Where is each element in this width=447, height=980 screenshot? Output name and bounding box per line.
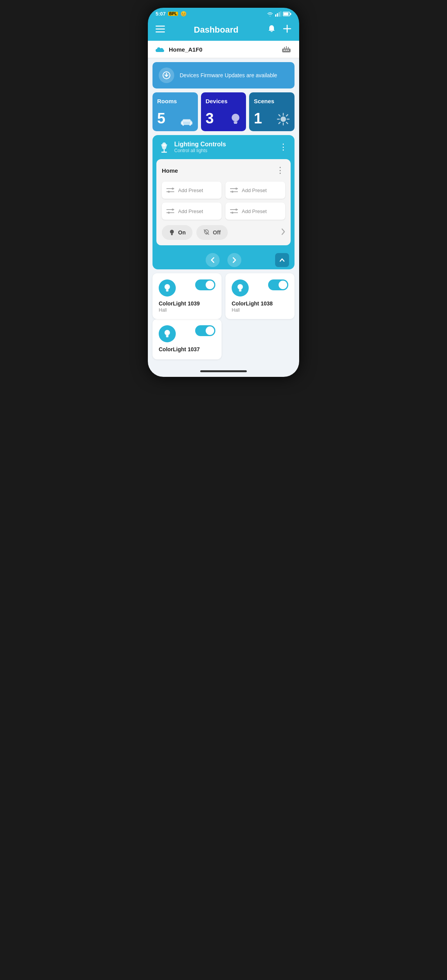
next-room-button[interactable]: [227, 253, 241, 267]
device-card-0[interactable]: ColorLight 1039 Hall: [152, 273, 222, 319]
content-area: Home_A1F0 Devices: [148, 41, 299, 367]
sliders-icon-2: [166, 208, 174, 214]
device-card-top-2: [159, 325, 215, 342]
scenes-card[interactable]: Scenes 1: [249, 92, 295, 131]
device-toggle-0[interactable]: [195, 279, 215, 290]
add-button[interactable]: [282, 24, 292, 36]
device-name-2: ColorLight 1037: [159, 346, 215, 352]
off-label: Off: [213, 229, 220, 236]
collapse-button[interactable]: [275, 253, 289, 267]
lamp-icon: [159, 140, 170, 154]
svg-rect-31: [234, 123, 237, 124]
app-bar-icons: [267, 24, 292, 36]
svg-rect-24: [181, 121, 183, 125]
svg-point-29: [232, 114, 239, 121]
rooms-label: Rooms: [157, 98, 193, 104]
device-toggle-1[interactable]: [268, 279, 288, 290]
preset-label-2: Add Preset: [178, 208, 203, 214]
svg-rect-0: [275, 14, 276, 17]
expand-button[interactable]: [281, 228, 285, 237]
device-card-2[interactable]: ColorLight 1037: [152, 319, 222, 359]
firmware-banner[interactable]: Devices Firmware Updates are available: [152, 62, 295, 88]
devices-card[interactable]: Devices 3: [201, 92, 246, 131]
device-card-top-1: [232, 279, 288, 297]
scenes-label: Scenes: [254, 98, 290, 104]
lighting-title: Lighting Controls: [174, 141, 226, 148]
svg-rect-6: [290, 13, 291, 15]
preset-label-3: Add Preset: [242, 208, 267, 214]
preset-button-1[interactable]: Add Preset: [225, 182, 285, 199]
scenes-bottom: 1: [254, 111, 290, 126]
device-toggle-2[interactable]: [195, 325, 215, 336]
svg-rect-28: [189, 124, 191, 126]
preset-button-2[interactable]: Add Preset: [162, 203, 222, 220]
off-button[interactable]: Off: [196, 225, 227, 240]
svg-point-71: [165, 284, 170, 290]
preset-label-0: Add Preset: [178, 187, 203, 193]
device-card-top-0: [159, 279, 215, 297]
bell-button[interactable]: [267, 24, 277, 36]
svg-rect-30: [234, 121, 237, 123]
svg-rect-13: [284, 50, 285, 51]
status-bar-left: 5:07 BPL 😊: [156, 11, 187, 17]
lighting-card-header: Home ⋮: [162, 165, 285, 176]
svg-rect-27: [182, 124, 184, 126]
lighting-section: Lighting Controls Control all lights ⋮ H…: [152, 135, 295, 269]
svg-line-37: [279, 115, 281, 116]
on-label: On: [178, 229, 185, 236]
lighting-menu-button[interactable]: ⋮: [278, 141, 288, 153]
svg-rect-14: [286, 50, 287, 51]
svg-rect-1: [277, 13, 278, 17]
device-light-icon-2: [159, 325, 176, 342]
firmware-icon: [159, 68, 174, 83]
device-name-0: ColorLight 1039: [159, 300, 215, 307]
svg-rect-79: [166, 336, 168, 338]
signal-icon: [275, 11, 281, 17]
svg-rect-73: [166, 291, 168, 292]
bulb-on-icon: [169, 229, 175, 236]
lighting-nav: [152, 249, 295, 269]
status-bar-right: [267, 11, 291, 17]
rooms-bottom: 5: [157, 111, 193, 126]
lighting-card: Home ⋮ Add Preset: [156, 159, 291, 245]
router-icon: [281, 45, 292, 53]
bpl-badge: BPL: [168, 12, 178, 16]
lighting-text: Lighting Controls Control all lights: [174, 141, 226, 153]
rooms-card[interactable]: Rooms 5: [152, 92, 198, 131]
app-bar: Dashboard: [148, 19, 299, 41]
svg-marker-42: [161, 144, 167, 149]
preset-button-3[interactable]: Add Preset: [225, 203, 285, 220]
bulb-off-icon: [203, 229, 210, 236]
sliders-icon-3: [230, 208, 238, 214]
wifi-icon: [267, 11, 274, 17]
scenes-value: 1: [254, 111, 262, 126]
device-cards-row2: ColorLight 1037: [152, 319, 295, 359]
device-card-1[interactable]: ColorLight 1038 Hall: [225, 273, 295, 319]
sun-icon: [277, 113, 290, 126]
device-name-1: ColorLight 1038: [232, 300, 288, 307]
on-button[interactable]: On: [162, 225, 192, 240]
menu-button[interactable]: [155, 24, 166, 36]
svg-rect-3: [281, 11, 282, 17]
sofa-icon: [180, 116, 193, 126]
stat-cards: Rooms 5 Devices 3: [152, 92, 295, 131]
lighting-header: Lighting Controls Control all lights ⋮: [152, 135, 295, 159]
room-menu-button[interactable]: ⋮: [275, 165, 285, 176]
home-name: Home_A1F0: [169, 46, 203, 53]
svg-point-64: [232, 212, 234, 214]
device-light-icon-0: [159, 279, 176, 297]
app-title: Dashboard: [194, 25, 239, 35]
svg-point-74: [237, 284, 243, 290]
device-room-1: Hall: [232, 307, 288, 313]
home-indicator: [148, 367, 299, 377]
devices-label: Devices: [206, 98, 242, 104]
svg-rect-26: [183, 119, 191, 121]
device-room-0: Hall: [159, 307, 215, 313]
svg-line-38: [286, 122, 288, 124]
svg-rect-8: [156, 29, 165, 30]
preset-button-0[interactable]: Add Preset: [162, 182, 222, 199]
bulb-icon: [230, 113, 241, 126]
svg-rect-7: [156, 26, 165, 27]
prev-room-button[interactable]: [206, 253, 220, 267]
svg-point-59: [168, 212, 170, 214]
